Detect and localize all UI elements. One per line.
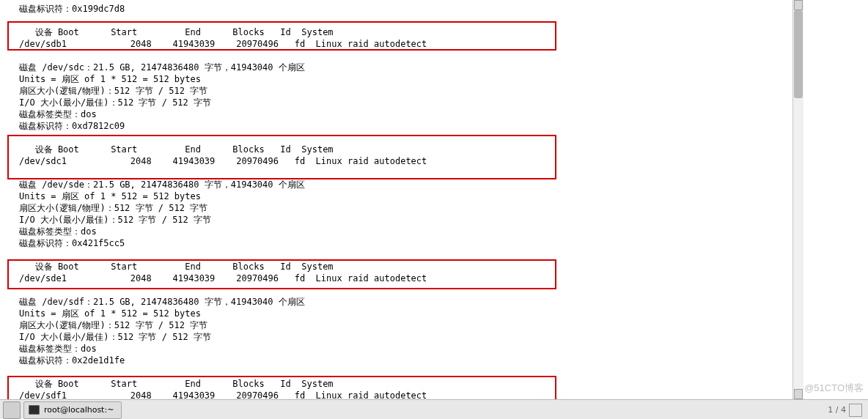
terminal-output[interactable]: 磁盘标识符：0x199dc7d8 设备 Boot Start End Block… <box>0 0 803 399</box>
scrollbar-arrow-up-icon[interactable] <box>794 0 803 10</box>
menu-button[interactable] <box>3 401 21 419</box>
workspace-indicator: 1 / 4 <box>828 405 846 415</box>
terminal-text: 磁盘标识符：0x199dc7d8 设备 Boot Start End Block… <box>19 3 792 413</box>
scrollbar-thumb[interactable] <box>794 10 803 98</box>
taskbar: root@localhost:~ 1 / 4 <box>0 399 868 419</box>
tray-icon[interactable] <box>849 404 862 417</box>
watermark: @51CTO博客 <box>804 382 864 395</box>
scrollbar-arrow-down-icon[interactable] <box>794 389 803 399</box>
task-button-label: root@localhost:~ <box>44 405 114 415</box>
taskbar-right: 1 / 4 <box>828 404 862 417</box>
vertical-scrollbar[interactable] <box>792 0 803 399</box>
task-button-terminal[interactable]: root@localhost:~ <box>23 401 122 419</box>
terminal-icon <box>29 405 40 415</box>
